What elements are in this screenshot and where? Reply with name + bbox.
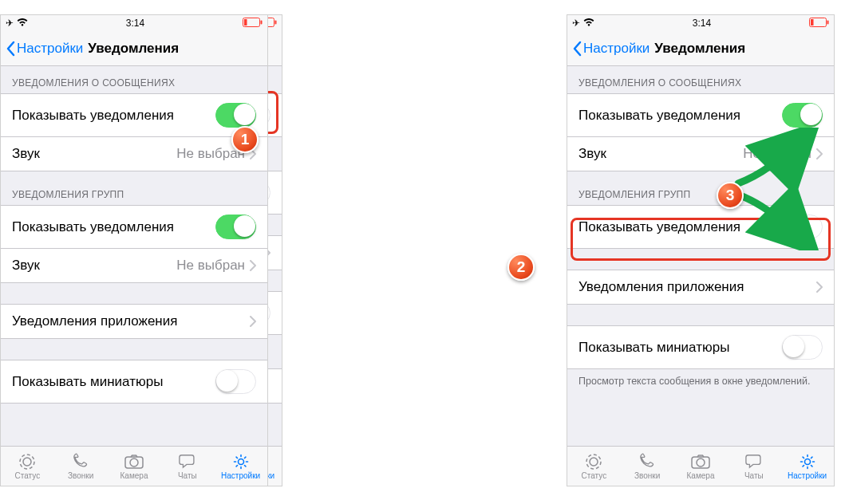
tab-calls[interactable]: Звонки bbox=[54, 453, 108, 480]
settings-list: УВЕДОМЛЕНИЯ О СООБЩЕНИЯХ Показывать увед… bbox=[567, 66, 834, 446]
phone-screenshot-2: ✈︎ 3:14 Настройки Уведомления УВЕДОМЛЕНИ… bbox=[567, 14, 835, 486]
row-msg-show-notifications[interactable]: Показывать уведомления bbox=[1, 93, 267, 136]
section-header-messages: УВЕДОМЛЕНИЯ О СООБЩЕНИЯХ bbox=[1, 66, 267, 93]
row-show-thumbnails[interactable]: Показывать миниатюры bbox=[567, 325, 834, 369]
toggle-thumbnails[interactable] bbox=[215, 369, 256, 394]
row-group-show-notifications[interactable]: Показывать уведомления bbox=[567, 205, 834, 249]
row-app-notifications[interactable]: Уведомления приложения bbox=[567, 270, 834, 305]
settings-list: УВЕДОМЛЕНИЯ О СООБЩЕНИЯХ Показывать увед… bbox=[1, 66, 267, 446]
nav-bar: Настройки Уведомления bbox=[567, 31, 834, 66]
status-bar: ✈︎ 3:14 bbox=[567, 15, 834, 31]
tab-label: Звонки bbox=[68, 471, 93, 480]
back-label: Настройки bbox=[583, 41, 650, 57]
row-msg-sound[interactable]: Звук Не выбран bbox=[567, 136, 834, 171]
status-time: 3:14 bbox=[693, 18, 711, 29]
cell-label: Звук bbox=[12, 146, 40, 162]
toggle-group-notifications[interactable] bbox=[215, 215, 256, 239]
svg-point-11 bbox=[590, 458, 598, 466]
cell-label: Показывать уведомления bbox=[579, 219, 740, 235]
camera-icon bbox=[690, 453, 711, 471]
tab-settings[interactable]: Настройки bbox=[780, 453, 834, 480]
wifi-icon bbox=[583, 18, 594, 29]
tab-bar: Статус Звонки Камера Чаты Настройки bbox=[1, 446, 267, 486]
chevron-right-icon bbox=[816, 148, 823, 159]
svg-point-14 bbox=[697, 459, 705, 467]
cell-value: Не выбран bbox=[176, 258, 245, 274]
chevron-right-icon bbox=[816, 282, 823, 293]
tab-label: Настройки bbox=[221, 471, 260, 480]
cell-label: Звук bbox=[579, 146, 606, 162]
chevron-right-icon bbox=[250, 260, 256, 271]
chats-icon bbox=[744, 453, 764, 471]
row-msg-sound[interactable]: Звук Не выбран bbox=[1, 136, 267, 171]
toggle-msg-notifications[interactable] bbox=[782, 103, 823, 128]
gear-icon bbox=[797, 453, 818, 471]
page-title: Уведомления bbox=[88, 41, 179, 57]
cell-label: Звук bbox=[12, 258, 40, 274]
chevron-left-icon bbox=[572, 41, 582, 57]
tab-camera[interactable]: Камера bbox=[674, 453, 728, 480]
row-msg-show-notifications[interactable]: Показывать уведомления bbox=[567, 93, 834, 136]
cell-label: Показывать уведомления bbox=[579, 108, 740, 124]
chevron-left-icon bbox=[6, 41, 15, 57]
svg-rect-9 bbox=[811, 19, 814, 26]
svg-rect-10 bbox=[827, 20, 828, 24]
toggle-group-notifications[interactable] bbox=[782, 215, 823, 239]
tab-bar: Статус Звонки Камера Чаты Настройки bbox=[567, 446, 834, 486]
phone-screenshot-3: ✈︎ 3:14 Настройки Уведомления УВЕДОМЛЕНИ… bbox=[0, 14, 268, 486]
status-icon bbox=[583, 453, 604, 471]
section-header-messages: УВЕДОМЛЕНИЯ О СООБЩЕНИЯХ bbox=[567, 66, 834, 93]
battery-icon bbox=[243, 18, 263, 30]
svg-point-23 bbox=[238, 459, 243, 464]
back-button[interactable]: Настройки bbox=[567, 41, 650, 57]
svg-point-15 bbox=[804, 459, 810, 464]
chats-icon bbox=[177, 453, 198, 471]
status-bar: ✈︎ 3:14 bbox=[1, 15, 267, 31]
tab-chats[interactable]: Чаты bbox=[160, 453, 214, 480]
row-app-notifications[interactable]: Уведомления приложения bbox=[1, 304, 267, 339]
battery-icon bbox=[809, 18, 829, 30]
tab-chats[interactable]: Чаты bbox=[727, 453, 780, 480]
tab-status[interactable]: Статус bbox=[1, 453, 54, 480]
tab-label: Камера bbox=[687, 471, 715, 480]
footer-note-thumbnails: Просмотр текста сообщения в окне уведомл… bbox=[567, 369, 834, 388]
nav-bar: Настройки Уведомления bbox=[1, 31, 267, 66]
tab-label: Чаты bbox=[744, 471, 764, 480]
section-header-groups: УВЕДОМЛЕНИЯ ГРУПП bbox=[567, 171, 834, 205]
tab-status[interactable]: Статус bbox=[567, 453, 621, 480]
svg-rect-2 bbox=[274, 20, 276, 24]
tab-calls[interactable]: Звонки bbox=[621, 453, 674, 480]
row-group-sound[interactable]: Звук Не выбран bbox=[1, 248, 267, 283]
gear-icon bbox=[231, 453, 251, 471]
svg-point-22 bbox=[130, 459, 138, 467]
tab-label: Чаты bbox=[178, 471, 197, 480]
row-show-thumbnails[interactable]: Показывать миниатюры bbox=[1, 360, 267, 404]
cell-label: Показывать миниатюры bbox=[12, 374, 163, 390]
cell-label: Уведомления приложения bbox=[12, 313, 177, 329]
annotation-badge-1: 1 bbox=[231, 126, 259, 153]
wifi-icon bbox=[17, 18, 28, 29]
back-label: Настройки bbox=[17, 41, 83, 57]
tab-label: Звонки bbox=[634, 471, 660, 480]
cell-label: Показывать уведомления bbox=[12, 108, 174, 124]
tab-label: Статус bbox=[582, 471, 607, 480]
cell-label: Показывать уведомления bbox=[12, 219, 174, 235]
toggle-thumbnails[interactable] bbox=[782, 335, 823, 360]
annotation-badge-2: 2 bbox=[507, 254, 535, 281]
svg-point-12 bbox=[586, 455, 601, 469]
tab-settings[interactable]: Настройки bbox=[214, 453, 267, 480]
status-time: 3:14 bbox=[126, 18, 144, 29]
back-button[interactable]: Настройки bbox=[1, 41, 83, 57]
airplane-mode-icon: ✈︎ bbox=[572, 18, 580, 29]
cell-value: Не выбран bbox=[743, 146, 811, 162]
row-group-show-notifications[interactable]: Показывать уведомления bbox=[1, 205, 267, 248]
cell-label: Уведомления приложения bbox=[579, 279, 744, 295]
svg-rect-18 bbox=[260, 20, 262, 24]
tab-camera[interactable]: Камера bbox=[108, 453, 161, 480]
svg-point-19 bbox=[23, 458, 31, 466]
toggle-msg-notifications[interactable] bbox=[215, 103, 256, 128]
airplane-mode-icon: ✈︎ bbox=[6, 18, 14, 29]
section-header-groups: УВЕДОМЛЕНИЯ ГРУПП bbox=[1, 171, 267, 205]
page-title: Уведомления bbox=[654, 41, 745, 57]
tab-label: Статус bbox=[15, 471, 41, 480]
